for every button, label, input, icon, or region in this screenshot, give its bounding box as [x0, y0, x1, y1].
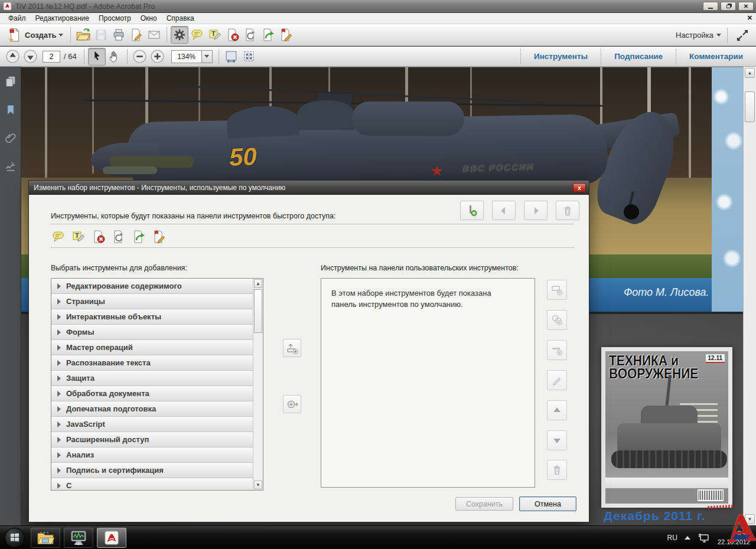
- cancel-button[interactable]: Отмена: [519, 496, 576, 511]
- select-tool-button[interactable]: [88, 48, 106, 66]
- quick-sign-tool[interactable]: [151, 229, 167, 244]
- add-divider-button[interactable]: [547, 340, 567, 360]
- highlight-text-button[interactable]: T: [206, 26, 224, 44]
- zoom-level-value[interactable]: 134%: [171, 50, 202, 63]
- list-scroll-up-button[interactable]: ▲: [254, 279, 262, 288]
- list-scrollbar[interactable]: ▲ ▼: [253, 279, 263, 490]
- category-accessibility[interactable]: Расширенный доступ: [51, 432, 253, 447]
- move-tool-right-button[interactable]: [524, 201, 548, 220]
- sign-document-button[interactable]: [277, 26, 295, 44]
- rotate-pages-button[interactable]: [242, 26, 259, 44]
- category-analysis[interactable]: Анализ: [51, 447, 253, 463]
- move-up-button[interactable]: [547, 400, 567, 420]
- menu-edit[interactable]: Редактирование: [31, 13, 94, 24]
- add-to-quick-tools-icon: [286, 342, 299, 355]
- taskbar-media-app-button[interactable]: [64, 528, 93, 548]
- save-toolset-button[interactable]: Сохранить: [455, 497, 513, 511]
- close-button[interactable]: ✕: [738, 2, 754, 11]
- save-button[interactable]: [92, 26, 110, 44]
- add-to-quick-tools-button[interactable]: [283, 339, 301, 357]
- add-separator-quick-button[interactable]: [460, 201, 484, 220]
- category-sign-certify[interactable]: Подпись и сертификация: [51, 463, 253, 478]
- expand-triangle-icon: [57, 329, 61, 335]
- move-down-button[interactable]: [547, 430, 567, 450]
- add-panel-button[interactable]: [547, 280, 567, 300]
- bookmarks-button[interactable]: [3, 102, 18, 117]
- tab-sign[interactable]: Подписание: [601, 49, 676, 64]
- hand-tool-button[interactable]: [106, 48, 123, 66]
- settings-label[interactable]: Настройка: [676, 31, 713, 40]
- quick-insert-pages-tool[interactable]: [131, 229, 146, 244]
- category-text-recognition[interactable]: Распознавание текста: [51, 355, 253, 371]
- page-number-input[interactable]: [43, 51, 60, 63]
- move-tool-left-button[interactable]: [492, 201, 516, 220]
- zoom-level-combo[interactable]: 134%: [171, 50, 213, 63]
- tool-categories-list[interactable]: Редактирование содержимого Страницы Инте…: [51, 278, 263, 491]
- category-forms[interactable]: Формы: [51, 325, 253, 340]
- menu-help[interactable]: Справка: [162, 13, 199, 24]
- menu-file[interactable]: Файл: [4, 13, 31, 24]
- quick-highlight-tool[interactable]: T: [71, 229, 86, 244]
- page-thumbnails-button[interactable]: [3, 74, 18, 89]
- language-indicator[interactable]: RU: [667, 534, 677, 542]
- insert-pages-button[interactable]: [259, 26, 277, 44]
- quick-delete-pages-tool[interactable]: [91, 229, 106, 244]
- list-scroll-down-button[interactable]: ▼: [254, 481, 262, 489]
- tab-tools[interactable]: Инструменты: [520, 49, 601, 64]
- edit-document-button[interactable]: [128, 26, 145, 44]
- delete-pages-button[interactable]: [224, 26, 242, 44]
- reading-mode-button[interactable]: [734, 27, 751, 44]
- quick-rotate-pages-tool[interactable]: [111, 229, 126, 244]
- minimize-button[interactable]: [703, 2, 718, 11]
- dialog-close-button[interactable]: x: [573, 183, 586, 192]
- start-button[interactable]: [5, 528, 25, 548]
- category-print-production[interactable]: Допечатная подготовка: [51, 401, 253, 417]
- scroll-up-button[interactable]: ▲: [745, 68, 755, 78]
- previous-page-button[interactable]: [4, 48, 21, 66]
- network-icon[interactable]: [698, 532, 711, 543]
- quick-tools-gear-button[interactable]: [171, 26, 188, 44]
- taskbar-acrobat-button[interactable]: [97, 528, 126, 548]
- taskbar-explorer-button[interactable]: [31, 528, 60, 548]
- print-button[interactable]: [110, 26, 128, 44]
- fit-page-button[interactable]: [240, 48, 258, 66]
- category-action-wizard[interactable]: Мастер операций: [51, 340, 253, 355]
- next-page-button[interactable]: [21, 48, 39, 66]
- open-button[interactable]: [74, 26, 92, 44]
- category-javascript[interactable]: JavaScript: [51, 417, 253, 432]
- fit-width-button[interactable]: [223, 48, 240, 66]
- delete-custom-tool-button[interactable]: [547, 460, 567, 480]
- menu-view[interactable]: Просмотр: [94, 13, 136, 24]
- document-scrollbar[interactable]: ▲ ▼: [743, 67, 756, 525]
- zoom-dropdown-button[interactable]: [202, 50, 213, 63]
- add-to-custom-tools-button[interactable]: [283, 395, 301, 413]
- tab-comments[interactable]: Комментарии: [676, 49, 756, 64]
- remove-quick-tool-button[interactable]: [556, 201, 579, 220]
- tray-expand-arrow[interactable]: [685, 536, 690, 540]
- create-pdf-button[interactable]: ★ Создать: [4, 26, 67, 44]
- close-document-button[interactable]: ✕: [747, 14, 752, 22]
- attachments-button[interactable]: [3, 130, 18, 146]
- signatures-button[interactable]: [3, 159, 18, 174]
- custom-tools-panel[interactable]: В этом наборе инструментов будет показан…: [321, 278, 535, 488]
- category-protection[interactable]: Защита: [51, 371, 253, 386]
- list-scrollbar-thumb[interactable]: [254, 289, 262, 333]
- zoom-in-button[interactable]: [149, 48, 167, 66]
- category-content-editing[interactable]: Редактирование содержимого: [51, 279, 253, 294]
- menu-window[interactable]: Окно: [136, 13, 162, 24]
- arrow-down-icon: [552, 435, 562, 446]
- restore-button[interactable]: [721, 2, 736, 11]
- category-interactive-objects[interactable]: Интерактивные объекты: [51, 309, 253, 325]
- category-partial[interactable]: С: [51, 478, 253, 491]
- category-pages[interactable]: Страницы: [51, 294, 253, 309]
- rename-button[interactable]: [547, 370, 567, 390]
- dialog-titlebar[interactable]: Изменить набор инструментов - Инструмент…: [29, 181, 589, 195]
- category-document-processing[interactable]: Обработка документа: [51, 386, 253, 401]
- sticky-note-button[interactable]: [188, 26, 206, 44]
- add-group-button[interactable]: [547, 310, 567, 330]
- zoom-out-button[interactable]: [131, 48, 149, 66]
- quick-sticky-note-tool[interactable]: [51, 229, 66, 244]
- email-button[interactable]: [145, 26, 163, 44]
- scrollbar-thumb[interactable]: [745, 92, 755, 122]
- custom-tools-message: В этом наборе инструментов будет показан…: [331, 288, 517, 311]
